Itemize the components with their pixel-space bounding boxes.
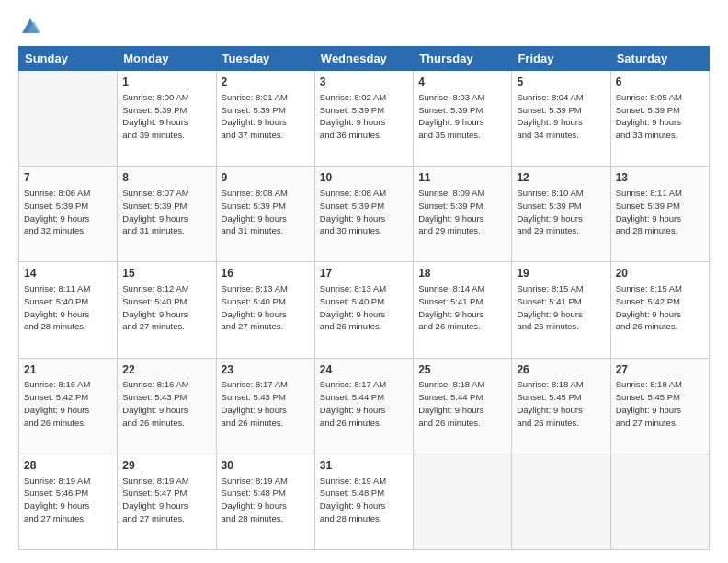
calendar-week-row: 21Sunrise: 8:16 AM Sunset: 5:42 PM Dayli… — [19, 358, 710, 454]
day-info: Sunrise: 8:19 AM Sunset: 5:47 PM Dayligh… — [122, 475, 210, 525]
calendar-body: 1Sunrise: 8:00 AM Sunset: 5:39 PM Daylig… — [19, 71, 710, 550]
day-number: 6 — [616, 75, 704, 90]
day-cell: 10Sunrise: 8:08 AM Sunset: 5:39 PM Dayli… — [314, 167, 413, 262]
day-number: 25 — [418, 362, 506, 378]
day-number: 23 — [222, 362, 310, 378]
day-cell: 17Sunrise: 8:13 AM Sunset: 5:40 PM Dayli… — [314, 262, 413, 358]
day-info: Sunrise: 8:14 AM Sunset: 5:41 PM Dayligh… — [418, 282, 506, 333]
day-cell: 1Sunrise: 8:00 AM Sunset: 5:39 PM Daylig… — [118, 71, 216, 167]
day-number: 14 — [24, 266, 112, 282]
day-info: Sunrise: 8:19 AM Sunset: 5:48 PM Dayligh… — [222, 475, 310, 525]
day-info: Sunrise: 8:17 AM Sunset: 5:44 PM Dayligh… — [320, 378, 408, 429]
day-info: Sunrise: 8:08 AM Sunset: 5:39 PM Dayligh… — [222, 187, 310, 237]
calendar-week-row: 14Sunrise: 8:11 AM Sunset: 5:40 PM Dayli… — [19, 262, 710, 358]
day-header-friday: Friday — [512, 47, 610, 71]
day-header-wednesday: Wednesday — [314, 47, 413, 71]
day-cell: 8Sunrise: 8:07 AM Sunset: 5:39 PM Daylig… — [118, 167, 216, 262]
day-info: Sunrise: 8:18 AM Sunset: 5:45 PM Dayligh… — [616, 378, 704, 429]
day-number: 12 — [517, 170, 605, 186]
day-number: 21 — [24, 362, 112, 378]
day-number: 29 — [122, 458, 210, 474]
day-number: 2 — [222, 75, 310, 90]
logo — [18, 17, 40, 37]
calendar-week-row: 1Sunrise: 8:00 AM Sunset: 5:39 PM Daylig… — [19, 71, 710, 167]
day-cell: 9Sunrise: 8:08 AM Sunset: 5:39 PM Daylig… — [216, 167, 314, 262]
day-info: Sunrise: 8:18 AM Sunset: 5:44 PM Dayligh… — [418, 378, 506, 429]
day-number: 1 — [122, 75, 210, 90]
day-cell: 26Sunrise: 8:18 AM Sunset: 5:45 PM Dayli… — [512, 358, 610, 454]
day-cell: 27Sunrise: 8:18 AM Sunset: 5:45 PM Dayli… — [610, 358, 709, 454]
day-number: 11 — [418, 170, 506, 186]
day-info: Sunrise: 8:15 AM Sunset: 5:42 PM Dayligh… — [616, 282, 704, 333]
day-number: 18 — [418, 266, 506, 282]
empty-cell — [19, 71, 118, 167]
day-number: 20 — [616, 266, 704, 282]
day-header-monday: Monday — [118, 47, 216, 71]
day-header-thursday: Thursday — [414, 47, 512, 71]
day-cell: 2Sunrise: 8:01 AM Sunset: 5:39 PM Daylig… — [216, 71, 314, 167]
day-info: Sunrise: 8:11 AM Sunset: 5:39 PM Dayligh… — [616, 187, 704, 237]
day-info: Sunrise: 8:05 AM Sunset: 5:39 PM Dayligh… — [616, 91, 704, 142]
day-cell: 3Sunrise: 8:02 AM Sunset: 5:39 PM Daylig… — [314, 71, 413, 167]
day-info: Sunrise: 8:00 AM Sunset: 5:39 PM Dayligh… — [122, 91, 210, 142]
day-cell: 19Sunrise: 8:15 AM Sunset: 5:41 PM Dayli… — [512, 262, 610, 358]
day-number: 24 — [320, 362, 408, 378]
day-number: 19 — [517, 266, 605, 282]
day-cell: 13Sunrise: 8:11 AM Sunset: 5:39 PM Dayli… — [610, 167, 709, 262]
logo-icon — [20, 17, 40, 37]
day-number: 7 — [24, 170, 112, 186]
day-info: Sunrise: 8:08 AM Sunset: 5:39 PM Dayligh… — [320, 187, 408, 237]
header — [18, 17, 710, 37]
day-cell: 7Sunrise: 8:06 AM Sunset: 5:39 PM Daylig… — [19, 167, 118, 262]
day-cell: 28Sunrise: 8:19 AM Sunset: 5:46 PM Dayli… — [19, 454, 118, 549]
day-cell: 15Sunrise: 8:12 AM Sunset: 5:40 PM Dayli… — [118, 262, 216, 358]
day-number: 26 — [517, 362, 605, 378]
day-info: Sunrise: 8:16 AM Sunset: 5:42 PM Dayligh… — [24, 378, 112, 429]
day-cell: 5Sunrise: 8:04 AM Sunset: 5:39 PM Daylig… — [512, 71, 610, 167]
day-cell: 14Sunrise: 8:11 AM Sunset: 5:40 PM Dayli… — [19, 262, 118, 358]
day-number: 13 — [616, 170, 704, 186]
day-info: Sunrise: 8:13 AM Sunset: 5:40 PM Dayligh… — [222, 282, 310, 333]
day-info: Sunrise: 8:18 AM Sunset: 5:45 PM Dayligh… — [517, 378, 605, 429]
day-cell: 29Sunrise: 8:19 AM Sunset: 5:47 PM Dayli… — [118, 454, 216, 549]
day-info: Sunrise: 8:06 AM Sunset: 5:39 PM Dayligh… — [24, 187, 112, 237]
day-info: Sunrise: 8:04 AM Sunset: 5:39 PM Dayligh… — [517, 91, 605, 142]
day-number: 17 — [320, 266, 408, 282]
calendar-week-row: 28Sunrise: 8:19 AM Sunset: 5:46 PM Dayli… — [19, 454, 710, 549]
day-number: 30 — [222, 458, 310, 474]
day-info: Sunrise: 8:12 AM Sunset: 5:40 PM Dayligh… — [122, 282, 210, 333]
day-info: Sunrise: 8:16 AM Sunset: 5:43 PM Dayligh… — [122, 378, 210, 429]
calendar: SundayMondayTuesdayWednesdayThursdayFrid… — [18, 46, 710, 550]
empty-cell — [610, 454, 709, 549]
day-cell: 12Sunrise: 8:10 AM Sunset: 5:39 PM Dayli… — [512, 167, 610, 262]
day-info: Sunrise: 8:15 AM Sunset: 5:41 PM Dayligh… — [517, 282, 605, 333]
calendar-header-row: SundayMondayTuesdayWednesdayThursdayFrid… — [19, 47, 710, 71]
day-info: Sunrise: 8:19 AM Sunset: 5:46 PM Dayligh… — [24, 475, 112, 525]
day-info: Sunrise: 8:19 AM Sunset: 5:48 PM Dayligh… — [320, 475, 408, 525]
day-info: Sunrise: 8:10 AM Sunset: 5:39 PM Dayligh… — [517, 187, 605, 237]
day-info: Sunrise: 8:13 AM Sunset: 5:40 PM Dayligh… — [320, 282, 408, 333]
page: SundayMondayTuesdayWednesdayThursdayFrid… — [0, 0, 728, 563]
day-cell: 11Sunrise: 8:09 AM Sunset: 5:39 PM Dayli… — [414, 167, 512, 262]
day-header-sunday: Sunday — [19, 47, 118, 71]
day-number: 9 — [222, 170, 310, 186]
day-cell: 20Sunrise: 8:15 AM Sunset: 5:42 PM Dayli… — [610, 262, 709, 358]
day-number: 22 — [122, 362, 210, 378]
day-number: 31 — [320, 458, 408, 474]
day-cell: 23Sunrise: 8:17 AM Sunset: 5:43 PM Dayli… — [216, 358, 314, 454]
day-info: Sunrise: 8:07 AM Sunset: 5:39 PM Dayligh… — [122, 187, 210, 237]
day-number: 16 — [222, 266, 310, 282]
day-cell: 25Sunrise: 8:18 AM Sunset: 5:44 PM Dayli… — [414, 358, 512, 454]
day-cell: 16Sunrise: 8:13 AM Sunset: 5:40 PM Dayli… — [216, 262, 314, 358]
day-number: 15 — [122, 266, 210, 282]
day-header-tuesday: Tuesday — [216, 47, 314, 71]
day-cell: 24Sunrise: 8:17 AM Sunset: 5:44 PM Dayli… — [314, 358, 413, 454]
empty-cell — [414, 454, 512, 549]
day-number: 5 — [517, 75, 605, 90]
day-number: 8 — [122, 170, 210, 186]
empty-cell — [512, 454, 610, 549]
day-info: Sunrise: 8:09 AM Sunset: 5:39 PM Dayligh… — [418, 187, 506, 237]
day-header-saturday: Saturday — [610, 47, 709, 71]
day-info: Sunrise: 8:11 AM Sunset: 5:40 PM Dayligh… — [24, 282, 112, 333]
day-number: 4 — [418, 75, 506, 90]
